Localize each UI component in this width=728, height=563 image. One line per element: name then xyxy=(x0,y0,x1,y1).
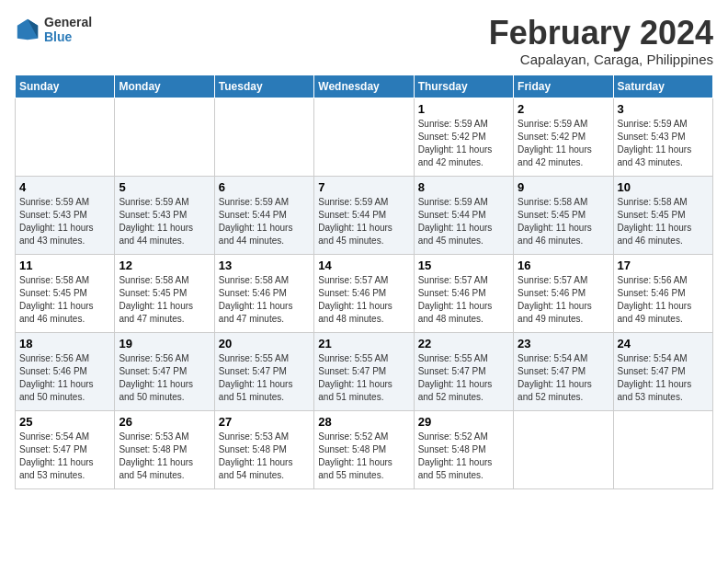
day-header-sunday: Sunday xyxy=(16,75,115,98)
day-number: 16 xyxy=(518,259,609,272)
calendar-cell: 2Sunrise: 5:59 AM Sunset: 5:42 PM Daylig… xyxy=(514,98,613,176)
calendar-cell: 26Sunrise: 5:53 AM Sunset: 5:48 PM Dayli… xyxy=(115,410,214,488)
day-header-tuesday: Tuesday xyxy=(214,75,313,98)
logo: General Blue xyxy=(15,15,92,44)
day-info: Sunrise: 5:58 AM Sunset: 5:45 PM Dayligh… xyxy=(618,196,709,247)
day-header-thursday: Thursday xyxy=(414,75,513,98)
calendar-cell: 25Sunrise: 5:54 AM Sunset: 5:47 PM Dayli… xyxy=(16,410,115,488)
logo-text-line2: Blue xyxy=(44,29,92,44)
calendar-cell: 12Sunrise: 5:58 AM Sunset: 5:45 PM Dayli… xyxy=(115,254,214,332)
day-number: 10 xyxy=(618,180,709,194)
day-number: 21 xyxy=(318,337,409,350)
header: General Blue February 2024 Capalayan, Ca… xyxy=(15,15,713,67)
day-number: 8 xyxy=(418,180,509,194)
day-info: Sunrise: 5:55 AM Sunset: 5:47 PM Dayligh… xyxy=(219,352,310,404)
calendar-cell: 14Sunrise: 5:57 AM Sunset: 5:46 PM Dayli… xyxy=(314,254,414,332)
calendar-subtitle: Capalayan, Caraga, Philippines xyxy=(489,52,713,67)
calendar-week-row: 4Sunrise: 5:59 AM Sunset: 5:43 PM Daylig… xyxy=(16,176,713,254)
day-info: Sunrise: 5:59 AM Sunset: 5:43 PM Dayligh… xyxy=(19,196,110,247)
calendar-cell xyxy=(214,98,313,176)
day-info: Sunrise: 5:55 AM Sunset: 5:47 PM Dayligh… xyxy=(418,352,509,404)
day-number: 27 xyxy=(219,415,310,429)
day-info: Sunrise: 5:57 AM Sunset: 5:46 PM Dayligh… xyxy=(318,274,409,326)
calendar-week-row: 1Sunrise: 5:59 AM Sunset: 5:42 PM Daylig… xyxy=(16,98,713,176)
day-info: Sunrise: 5:56 AM Sunset: 5:46 PM Dayligh… xyxy=(19,352,110,404)
calendar-cell: 24Sunrise: 5:54 AM Sunset: 5:47 PM Dayli… xyxy=(613,332,712,410)
day-info: Sunrise: 5:59 AM Sunset: 5:44 PM Dayligh… xyxy=(219,196,310,247)
day-number: 19 xyxy=(119,337,210,350)
calendar-cell: 16Sunrise: 5:57 AM Sunset: 5:46 PM Dayli… xyxy=(514,254,613,332)
day-info: Sunrise: 5:58 AM Sunset: 5:45 PM Dayligh… xyxy=(518,196,609,247)
calendar-cell: 13Sunrise: 5:58 AM Sunset: 5:46 PM Dayli… xyxy=(214,254,313,332)
day-info: Sunrise: 5:59 AM Sunset: 5:43 PM Dayligh… xyxy=(618,118,709,169)
calendar-cell: 9Sunrise: 5:58 AM Sunset: 5:45 PM Daylig… xyxy=(514,176,613,254)
calendar-cell: 29Sunrise: 5:52 AM Sunset: 5:48 PM Dayli… xyxy=(414,410,513,488)
day-info: Sunrise: 5:59 AM Sunset: 5:44 PM Dayligh… xyxy=(318,196,409,247)
day-info: Sunrise: 5:52 AM Sunset: 5:48 PM Dayligh… xyxy=(418,431,509,482)
day-number: 14 xyxy=(318,259,409,272)
day-info: Sunrise: 5:53 AM Sunset: 5:48 PM Dayligh… xyxy=(119,431,210,482)
calendar-cell: 1Sunrise: 5:59 AM Sunset: 5:42 PM Daylig… xyxy=(414,98,513,176)
day-number: 7 xyxy=(318,180,409,194)
day-info: Sunrise: 5:59 AM Sunset: 5:43 PM Dayligh… xyxy=(119,196,210,247)
day-header-wednesday: Wednesday xyxy=(314,75,414,98)
logo-text-line1: General xyxy=(44,15,92,29)
day-info: Sunrise: 5:58 AM Sunset: 5:45 PM Dayligh… xyxy=(119,274,210,326)
calendar-cell xyxy=(16,98,115,176)
calendar-cell: 23Sunrise: 5:54 AM Sunset: 5:47 PM Dayli… xyxy=(514,332,613,410)
calendar-week-row: 11Sunrise: 5:58 AM Sunset: 5:45 PM Dayli… xyxy=(16,254,713,332)
day-info: Sunrise: 5:59 AM Sunset: 5:42 PM Dayligh… xyxy=(518,118,609,169)
calendar-cell: 17Sunrise: 5:56 AM Sunset: 5:46 PM Dayli… xyxy=(613,254,712,332)
calendar-cell xyxy=(514,410,613,488)
day-number: 4 xyxy=(19,180,110,194)
day-info: Sunrise: 5:54 AM Sunset: 5:47 PM Dayligh… xyxy=(19,431,110,482)
calendar-cell: 15Sunrise: 5:57 AM Sunset: 5:46 PM Dayli… xyxy=(414,254,513,332)
calendar-cell: 7Sunrise: 5:59 AM Sunset: 5:44 PM Daylig… xyxy=(314,176,414,254)
day-number: 23 xyxy=(518,337,609,350)
title-area: February 2024 Capalayan, Caraga, Philipp… xyxy=(489,15,713,67)
calendar-cell: 6Sunrise: 5:59 AM Sunset: 5:44 PM Daylig… xyxy=(214,176,313,254)
day-info: Sunrise: 5:52 AM Sunset: 5:48 PM Dayligh… xyxy=(318,431,409,482)
calendar-cell: 28Sunrise: 5:52 AM Sunset: 5:48 PM Dayli… xyxy=(314,410,414,488)
day-number: 13 xyxy=(219,259,310,272)
day-number: 17 xyxy=(618,259,709,272)
day-info: Sunrise: 5:57 AM Sunset: 5:46 PM Dayligh… xyxy=(518,274,609,326)
calendar-cell: 3Sunrise: 5:59 AM Sunset: 5:43 PM Daylig… xyxy=(613,98,712,176)
day-info: Sunrise: 5:55 AM Sunset: 5:47 PM Dayligh… xyxy=(318,352,409,404)
day-number: 1 xyxy=(418,102,509,116)
calendar-cell: 10Sunrise: 5:58 AM Sunset: 5:45 PM Dayli… xyxy=(613,176,712,254)
calendar-cell: 19Sunrise: 5:56 AM Sunset: 5:47 PM Dayli… xyxy=(115,332,214,410)
day-number: 9 xyxy=(518,180,609,194)
day-info: Sunrise: 5:56 AM Sunset: 5:46 PM Dayligh… xyxy=(618,274,709,326)
day-number: 6 xyxy=(219,180,310,194)
calendar-cell: 5Sunrise: 5:59 AM Sunset: 5:43 PM Daylig… xyxy=(115,176,214,254)
calendar-cell xyxy=(115,98,214,176)
day-info: Sunrise: 5:58 AM Sunset: 5:46 PM Dayligh… xyxy=(219,274,310,326)
calendar-cell: 21Sunrise: 5:55 AM Sunset: 5:47 PM Dayli… xyxy=(314,332,414,410)
calendar-cell: 8Sunrise: 5:59 AM Sunset: 5:44 PM Daylig… xyxy=(414,176,513,254)
day-number: 24 xyxy=(618,337,709,350)
day-info: Sunrise: 5:59 AM Sunset: 5:44 PM Dayligh… xyxy=(418,196,509,247)
day-number: 25 xyxy=(19,415,110,429)
day-info: Sunrise: 5:53 AM Sunset: 5:48 PM Dayligh… xyxy=(219,431,310,482)
day-number: 22 xyxy=(418,337,509,350)
calendar-cell: 11Sunrise: 5:58 AM Sunset: 5:45 PM Dayli… xyxy=(16,254,115,332)
day-number: 5 xyxy=(119,180,210,194)
calendar-cell xyxy=(314,98,414,176)
calendar-cell: 27Sunrise: 5:53 AM Sunset: 5:48 PM Dayli… xyxy=(214,410,313,488)
day-info: Sunrise: 5:58 AM Sunset: 5:45 PM Dayligh… xyxy=(19,274,110,326)
day-header-saturday: Saturday xyxy=(613,75,712,98)
day-number: 29 xyxy=(418,415,509,429)
calendar-title: February 2024 xyxy=(489,15,713,52)
day-header-friday: Friday xyxy=(514,75,613,98)
calendar-cell: 4Sunrise: 5:59 AM Sunset: 5:43 PM Daylig… xyxy=(16,176,115,254)
day-number: 26 xyxy=(119,415,210,429)
calendar-cell xyxy=(613,410,712,488)
day-number: 28 xyxy=(318,415,409,429)
day-number: 2 xyxy=(518,102,609,116)
calendar-week-row: 25Sunrise: 5:54 AM Sunset: 5:47 PM Dayli… xyxy=(16,410,713,488)
logo-icon xyxy=(15,17,40,42)
day-number: 12 xyxy=(119,259,210,272)
calendar-table: SundayMondayTuesdayWednesdayThursdayFrid… xyxy=(15,75,713,489)
calendar-week-row: 18Sunrise: 5:56 AM Sunset: 5:46 PM Dayli… xyxy=(16,332,713,410)
